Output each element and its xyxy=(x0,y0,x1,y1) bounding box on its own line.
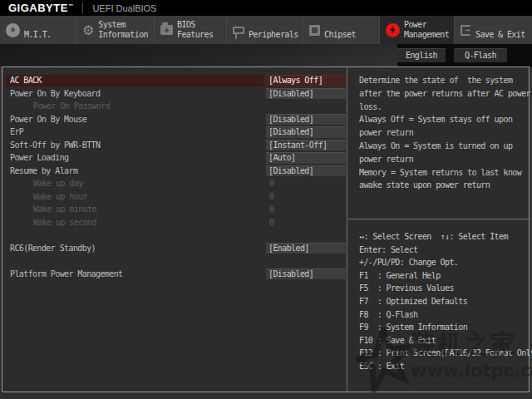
spacer-row xyxy=(2,254,347,268)
setting-row-wake-up-minute: Wake up minute 0 xyxy=(2,203,347,216)
setting-value[interactable]: [Auto] xyxy=(266,152,346,164)
setting-row-erp[interactable]: ErP [Disabled] xyxy=(2,126,347,139)
setting-row-wake-up-day: Wake up day 0 xyxy=(2,177,347,190)
peripherals-icon xyxy=(233,27,244,34)
setting-row-power-on-password: Power On Password xyxy=(2,100,347,113)
sub-bar: English Q-Flash xyxy=(0,44,532,66)
setting-value[interactable]: [Always Off] xyxy=(266,75,346,86)
settings-panel: AC BACK [Always Off] Power On By Keyboar… xyxy=(2,66,530,392)
tab-mit[interactable]: M.I.T. xyxy=(0,16,76,44)
help-text: Determine the state of the system after … xyxy=(347,67,529,192)
setting-row-power-loading[interactable]: Power Loading [Auto] xyxy=(2,151,347,165)
power-icon xyxy=(386,23,400,37)
bios-title: UEFI DualBIOS xyxy=(92,3,156,13)
setting-value[interactable]: [Instant-Off] xyxy=(266,140,346,151)
setting-label: Power On By Keyboard xyxy=(5,88,264,100)
bios-features-icon xyxy=(160,25,173,35)
tab-label: Peripherals xyxy=(249,30,298,40)
setting-row-power-on-keyboard[interactable]: Power On By Keyboard [Disabled] xyxy=(2,87,347,101)
save-exit-icon xyxy=(461,25,471,36)
setting-label: ErP xyxy=(5,126,264,138)
tab-label: Power xyxy=(404,20,449,30)
setting-row-soft-off[interactable]: Soft-Off by PWR-BTTN [Instant-Off] xyxy=(2,139,347,152)
help-legend-divider xyxy=(347,219,529,219)
setting-row-power-on-mouse[interactable]: Power On By Mouse [Disabled] xyxy=(2,113,347,126)
setting-row-wake-up-hour: Wake up hour 0 xyxy=(2,190,347,204)
quick-buttons-area: English Q-Flash xyxy=(397,44,532,66)
setting-label: RC6(Render Standby) xyxy=(5,243,264,254)
tab-label: M.I.T. xyxy=(24,30,52,40)
setting-label: Wake up second xyxy=(5,217,264,229)
language-button[interactable]: English xyxy=(397,48,446,62)
setting-value: 0 xyxy=(269,178,273,190)
setting-value[interactable]: [Enabled] xyxy=(266,243,346,254)
setting-label: Platform Power Management xyxy=(5,268,264,280)
setting-label: Wake up day xyxy=(5,178,264,190)
key-legend: ↔: Select Screen ↑↓: Select Item Enter: … xyxy=(347,225,532,373)
setting-value: 0 xyxy=(269,191,273,203)
tab-chipset[interactable]: Chipset xyxy=(303,16,380,44)
setting-value[interactable]: [Disabled] xyxy=(266,114,346,126)
setting-row-platform-power-mgmt[interactable]: Platform Power Management [Disabled] xyxy=(2,268,347,281)
titlebar-divider xyxy=(82,2,83,13)
setting-label: Power On By Mouse xyxy=(5,114,264,126)
qflash-button[interactable]: Q-Flash xyxy=(454,48,507,62)
tab-power-management[interactable]: PowerManagement xyxy=(380,16,455,44)
tab-label: BIOS xyxy=(177,20,213,30)
setting-label: Soft-Off by PWR-BTTN xyxy=(5,140,264,151)
tab-label: System xyxy=(98,20,148,30)
tab-label: Chipset xyxy=(324,30,356,40)
tab-save-exit[interactable]: Save & Exit xyxy=(455,16,532,44)
setting-row-resume-by-alarm[interactable]: Resume by Alarm [Disabled] xyxy=(2,165,347,178)
tab-system-information[interactable]: ⚙ SystemInformation xyxy=(76,16,155,44)
setting-row-wake-up-second: Wake up second 0 xyxy=(2,216,347,229)
help-panel: Determine the state of the system after … xyxy=(347,67,529,392)
title-bar: GIGABYTE™ UEFI DualBIOS xyxy=(0,0,532,16)
gear-icon: ⚙ xyxy=(82,23,94,37)
gigabyte-logo: GIGABYTE™ xyxy=(8,2,73,14)
setting-value[interactable]: [Disabled] xyxy=(266,165,346,177)
setting-value[interactable]: [Disabled] xyxy=(266,88,346,100)
setting-label: Wake up minute xyxy=(5,204,264,215)
lightning-bolt-icon xyxy=(389,26,397,35)
setting-label: Wake up hour xyxy=(5,191,264,203)
setting-label: Resume by Alarm xyxy=(5,165,264,177)
chipset-icon xyxy=(309,25,320,36)
tab-bar: M.I.T. ⚙ SystemInformation BIOSFeatures … xyxy=(0,16,532,44)
setting-value: 0 xyxy=(269,204,273,215)
tab-label: Save & Exit xyxy=(475,30,525,40)
setting-row-ac-back[interactable]: AC BACK [Always Off] xyxy=(2,74,347,87)
gauge-icon xyxy=(6,23,20,37)
tab-peripherals[interactable]: Peripherals xyxy=(227,16,303,44)
setting-label: Power Loading xyxy=(5,152,264,164)
setting-label: Power On Password xyxy=(5,101,264,112)
setting-value[interactable]: [Disabled] xyxy=(266,268,346,280)
setting-row-rc6[interactable]: RC6(Render Standby) [Enabled] xyxy=(2,242,347,255)
setting-value[interactable]: [Disabled] xyxy=(266,126,346,138)
tab-bios-features[interactable]: BIOSFeatures xyxy=(155,16,227,44)
spacer-row xyxy=(2,229,347,242)
settings-list: AC BACK [Always Off] Power On By Keyboar… xyxy=(2,67,347,392)
setting-value: 0 xyxy=(269,217,273,229)
setting-label: AC BACK xyxy=(5,75,264,86)
